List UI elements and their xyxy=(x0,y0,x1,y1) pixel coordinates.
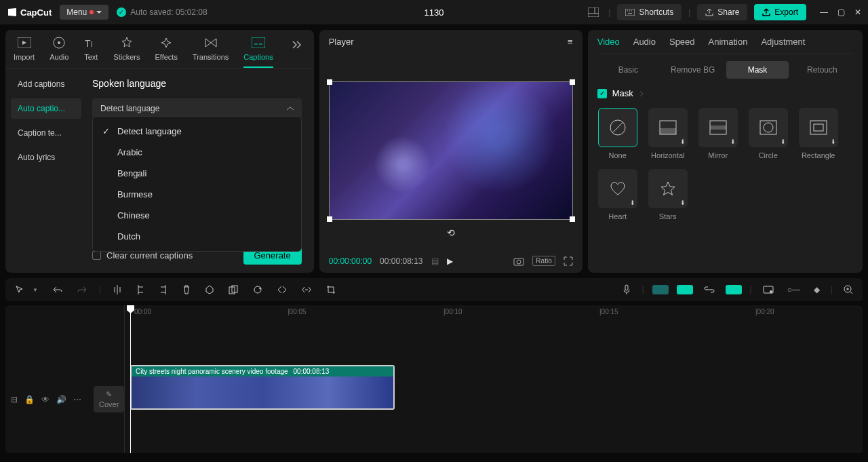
delete-tool[interactable] xyxy=(180,282,193,297)
mirror-tool[interactable] xyxy=(275,283,290,296)
sidebar-add-captions[interactable]: Add captions xyxy=(11,74,81,94)
video-preview[interactable]: ⟲ xyxy=(329,51,573,250)
preview-list-icon[interactable]: ▤ xyxy=(431,256,439,266)
tab-captions[interactable]: Captions xyxy=(243,35,273,68)
select-tool[interactable] xyxy=(12,282,27,297)
tab-import[interactable]: Import xyxy=(14,35,35,66)
mask-horizontal[interactable]: ⬇Horizontal xyxy=(648,108,688,159)
tab-animation[interactable]: Animation xyxy=(709,37,748,47)
undo-button[interactable] xyxy=(50,283,65,296)
window-controls: — ▢ ✕ xyxy=(820,7,861,17)
tab-video[interactable]: Video xyxy=(597,37,620,47)
playhead[interactable] xyxy=(130,305,131,453)
tab-transitions[interactable]: Transitions xyxy=(193,35,229,66)
shortcuts-button[interactable]: Shortcuts xyxy=(617,4,682,20)
sidebar-auto-captions[interactable]: Auto captio... xyxy=(11,98,81,119)
mic-icon[interactable] xyxy=(620,282,633,298)
share-button[interactable]: Share xyxy=(697,4,747,20)
snapshot-icon[interactable] xyxy=(513,256,524,266)
resize-handle-br[interactable] xyxy=(570,216,575,222)
mask-checkbox[interactable]: ✓ xyxy=(597,89,607,98)
redo-button[interactable] xyxy=(75,283,90,296)
lang-option-burmese[interactable]: Burmese xyxy=(93,184,301,205)
sidebar-auto-lyrics[interactable]: Auto lyrics xyxy=(11,147,81,168)
rotate-tool[interactable] xyxy=(250,282,265,297)
clear-captions-checkbox[interactable]: Clear current captions xyxy=(92,250,193,261)
link-icon[interactable] xyxy=(701,284,717,296)
tab-audio[interactable]: Audio xyxy=(50,35,68,66)
export-button[interactable]: Export xyxy=(754,4,806,20)
subtab-retouch[interactable]: Retouch xyxy=(791,61,853,79)
ruler-mark: 00:00 xyxy=(134,308,151,315)
tab-stickers[interactable]: Stickers xyxy=(113,35,140,66)
resize-handle-tl[interactable] xyxy=(327,79,332,85)
player-menu-icon[interactable]: ≡ xyxy=(568,37,573,47)
magnet-toggle-1[interactable] xyxy=(652,285,669,294)
lang-option-chinese[interactable]: Chinese xyxy=(93,205,301,226)
video-clip[interactable]: City streets night panoramic scenery vid… xyxy=(130,365,395,410)
tab-speed[interactable]: Speed xyxy=(669,37,695,47)
zoom-slider-icon[interactable]: ○— xyxy=(785,282,803,297)
tab-stickers-label: Stickers xyxy=(113,53,140,61)
mask-section-header[interactable]: ✓ Mask xyxy=(597,88,853,98)
maximize-button[interactable]: ▢ xyxy=(837,7,845,17)
download-icon: ⬇ xyxy=(680,199,686,206)
preview-quality-icon[interactable] xyxy=(760,283,776,296)
menu-button[interactable]: Menu xyxy=(60,5,108,20)
cover-button[interactable]: ✎ Cover xyxy=(94,386,124,412)
track-collapse-icon[interactable]: ⊟ xyxy=(11,395,18,404)
track-more-icon[interactable]: ⋯ xyxy=(73,395,81,404)
play-button[interactable]: ▶ xyxy=(447,256,453,266)
fullscreen-icon[interactable] xyxy=(564,256,573,266)
lang-option-bengali[interactable]: Bengali xyxy=(93,163,301,184)
track-visibility-icon[interactable]: 👁 xyxy=(41,395,50,404)
resize-handle-bl[interactable] xyxy=(327,216,332,222)
mask-rectangle-label: Rectangle xyxy=(802,151,835,159)
track-lock-icon[interactable]: 🔒 xyxy=(24,395,35,404)
select-dropdown[interactable]: ▼ xyxy=(30,284,41,296)
track-mute-icon[interactable]: 🔊 xyxy=(56,395,66,404)
close-button[interactable]: ✕ xyxy=(854,7,861,17)
tab-audio-right[interactable]: Audio xyxy=(633,37,656,47)
lang-option-arabic[interactable]: Arabic xyxy=(93,142,301,163)
mask-mirror[interactable]: ⬇Mirror xyxy=(698,108,738,159)
video-frame[interactable]: ⟲ xyxy=(329,81,573,220)
subtab-mask[interactable]: Mask xyxy=(726,61,788,79)
timeline-ruler[interactable]: 00:00 |00:05 |00:10 |00:15 |00:20 xyxy=(125,305,863,319)
subtab-basic[interactable]: Basic xyxy=(597,61,659,79)
tab-effects[interactable]: Effects xyxy=(155,35,177,66)
tabs-more-button[interactable] xyxy=(288,35,306,54)
track-collapse-icon[interactable]: ◆ xyxy=(811,282,823,297)
split-tool[interactable] xyxy=(111,282,124,297)
rotate-handle[interactable]: ⟲ xyxy=(447,227,455,238)
magnet-toggle-2[interactable] xyxy=(677,285,693,294)
mask-circle[interactable]: ⬇Circle xyxy=(748,108,789,159)
lang-option-dutch[interactable]: Dutch xyxy=(93,226,301,247)
subtab-removebg[interactable]: Remove BG xyxy=(662,61,724,79)
minimize-button[interactable]: — xyxy=(820,7,828,17)
mask-none[interactable]: None xyxy=(597,108,638,159)
trim-right-tool[interactable] xyxy=(157,282,170,297)
mask-heart[interactable]: ⬇Heart xyxy=(597,169,638,220)
zoom-fit-icon[interactable] xyxy=(841,282,856,297)
circle-icon xyxy=(758,117,778,138)
copy-tool[interactable] xyxy=(226,282,241,297)
mask-stars-label: Stars xyxy=(659,212,677,220)
tab-import-label: Import xyxy=(14,53,35,61)
layout-icon[interactable] xyxy=(585,5,601,20)
lang-option-detect[interactable]: Detect language xyxy=(93,121,301,142)
tab-text[interactable]: TIText xyxy=(83,35,98,66)
autosave-status: ✓ Auto saved: 05:02:08 xyxy=(117,7,207,17)
mask-stars[interactable]: ⬇Stars xyxy=(648,169,688,220)
reverse-tool[interactable] xyxy=(299,283,314,296)
mask-rectangle[interactable]: ⬇Rectangle xyxy=(798,108,839,159)
sidebar-caption-template[interactable]: Caption te... xyxy=(11,123,81,143)
crop-tool[interactable] xyxy=(323,282,338,297)
resize-handle-tr[interactable] xyxy=(570,79,575,85)
snap-toggle[interactable] xyxy=(726,285,742,294)
trim-left-tool[interactable] xyxy=(134,282,147,297)
ratio-button[interactable]: Ratio xyxy=(532,256,555,266)
marker-tool[interactable] xyxy=(203,282,216,297)
tab-adjustment[interactable]: Adjustment xyxy=(761,37,805,47)
timeline-tracks[interactable]: 00:00 |00:05 |00:10 |00:15 |00:20 City s… xyxy=(125,305,863,453)
